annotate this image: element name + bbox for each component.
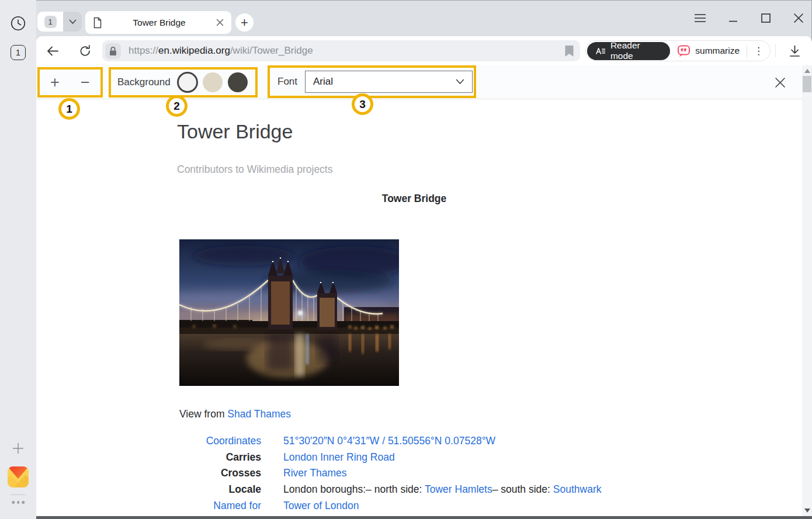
tower-bridge-photo: [179, 239, 399, 386]
caption-text: View from: [179, 408, 227, 420]
ellipsis-icon: [17, 501, 20, 504]
window-count-label: 1: [16, 48, 20, 57]
back-button[interactable]: [44, 43, 61, 59]
reader-content: Tower Bridge Contributors to Wikimedia p…: [36, 99, 802, 516]
workspace-button[interactable]: 1: [37, 12, 82, 32]
font-select-value: Arial: [313, 76, 456, 88]
window-panel-button[interactable]: 1: [11, 45, 26, 60]
named-for-link[interactable]: Tower of London: [283, 500, 359, 511]
reload-button[interactable]: [77, 43, 93, 59]
reader-mode-icon: [595, 46, 606, 55]
document-icon: [93, 17, 102, 29]
hamburger-icon: [694, 13, 706, 23]
add-panel-button[interactable]: [11, 441, 25, 455]
reader-mode-button[interactable]: Reader mode: [587, 42, 670, 60]
highlight-box-background: Background: [109, 67, 258, 97]
crosses-link[interactable]: River Thames: [283, 467, 347, 479]
tab-tower-bridge[interactable]: Tower Bridge: [85, 11, 231, 34]
toolbar-divider: [775, 44, 776, 57]
bookmark-icon[interactable]: [564, 45, 574, 57]
coordinates-link[interactable]: 51°30′20″N 0°4′31″W / 51.50556°N 0.07528…: [283, 435, 495, 447]
scroll-up-arrow-icon[interactable]: [804, 69, 810, 73]
maximize-button[interactable]: [759, 12, 772, 25]
infobox-label-named-for[interactable]: Named for: [179, 500, 261, 512]
photo-caption: View from Shad Thames: [179, 408, 291, 420]
minimize-icon: [728, 13, 738, 23]
url-field[interactable]: https://en.wikipedia.org/wiki/Tower_Brid…: [102, 40, 580, 61]
download-icon: [788, 44, 801, 58]
new-tab-button[interactable]: +: [235, 13, 254, 32]
zoom-in-button[interactable]: +: [50, 75, 60, 90]
infobox-table: Coordinates 51°30′20″N 0°4′31″W / 51.505…: [179, 433, 601, 514]
ellipsis-icon: [12, 501, 15, 504]
plus-icon: [12, 442, 25, 455]
tab-strip: 1 Tower Bridge +: [36, 0, 812, 36]
url-path: /wiki/Tower_Bridge: [230, 45, 313, 56]
summarize-button[interactable]: summarize: [670, 44, 747, 58]
infobox-label-locale: Locale: [179, 483, 261, 496]
address-bar: https://en.wikipedia.org/wiki/Tower_Brid…: [36, 36, 812, 65]
background-swatch-light[interactable]: [177, 72, 198, 93]
zoom-out-button[interactable]: −: [81, 75, 90, 90]
article-title: Tower Bridge: [177, 120, 293, 143]
table-row: Named for Tower of London: [179, 497, 601, 514]
highlight-box-font: Font Arial: [268, 65, 476, 98]
plus-icon: +: [241, 15, 248, 30]
close-window-button[interactable]: [792, 12, 805, 25]
highlight-box-zoom: + −: [37, 67, 103, 97]
table-row: Coordinates 51°30′20″N 0°4′31″W / 51.505…: [179, 433, 601, 450]
ellipsis-icon: [22, 501, 25, 504]
lock-icon: [108, 46, 118, 57]
site-info-button[interactable]: [105, 43, 121, 59]
window-bottom-edge: [36, 516, 812, 519]
sidebar-more-button[interactable]: [12, 501, 25, 504]
address-bar-extensions: Reader mode summarize ⋮: [585, 40, 771, 61]
scrollbar[interactable]: [802, 65, 812, 516]
summarize-label: summarize: [695, 46, 740, 56]
browser-window: 1 1: [0, 0, 812, 519]
carries-link[interactable]: London Inner Ring Road: [283, 451, 395, 463]
url-scheme: https://: [129, 45, 158, 56]
tower-hamlets-link[interactable]: Tower Hamlets: [425, 483, 492, 495]
window-controls: [693, 0, 805, 36]
reload-icon: [78, 44, 92, 58]
infobox-label-crosses: Crosses: [179, 467, 261, 479]
history-panel-button[interactable]: [10, 15, 26, 32]
infobox-title: Tower Bridge: [177, 193, 651, 205]
font-select[interactable]: Arial: [305, 71, 473, 93]
locale-text: London boroughs:– north side:: [283, 483, 425, 495]
minimize-button[interactable]: [726, 12, 740, 25]
url-host: en.wikipedia.org: [158, 45, 230, 56]
article-byline: Contributors to Wikimedia projects: [177, 163, 332, 176]
background-swatch-sepia[interactable]: [203, 72, 223, 92]
back-arrow-icon: [46, 44, 60, 58]
clock-icon: [10, 15, 26, 32]
workspace-dropdown[interactable]: [63, 12, 82, 32]
infobox-label-coordinates[interactable]: Coordinates: [179, 435, 261, 447]
locale-text: – south side:: [492, 483, 553, 495]
background-swatch-dark[interactable]: [228, 72, 248, 92]
reader-toolbar: + − Background Font Arial: [36, 65, 802, 99]
infobox-label-carries: Carries: [179, 451, 261, 464]
table-row: Locale London boroughs:– north side: Tow…: [179, 482, 601, 498]
scrollbar-thumb[interactable]: [803, 76, 811, 92]
reader-mode-label: Reader mode: [610, 40, 662, 61]
table-row: Crosses River Thames: [179, 465, 601, 482]
mail-panel-button[interactable]: [8, 466, 29, 487]
menu-button[interactable]: [693, 12, 707, 25]
chevron-down-icon: [456, 79, 464, 85]
tab-close-icon[interactable]: [216, 19, 224, 26]
more-options-button[interactable]: ⋮: [747, 45, 770, 57]
workspace-count: 1: [37, 12, 63, 32]
chevron-down-icon: [69, 19, 77, 25]
download-button[interactable]: [787, 44, 801, 58]
quote-bubble-icon: [677, 44, 690, 58]
close-icon: [793, 13, 804, 23]
caption-link[interactable]: Shad Thames: [227, 408, 291, 420]
southwark-link[interactable]: Southwark: [553, 483, 602, 495]
reader-close-button[interactable]: [774, 76, 786, 89]
maximize-icon: [761, 13, 771, 23]
tab-title: Tower Bridge: [102, 18, 216, 28]
scroll-down-arrow-icon[interactable]: [804, 508, 810, 513]
table-row: Carries London Inner Ring Road: [179, 450, 601, 466]
